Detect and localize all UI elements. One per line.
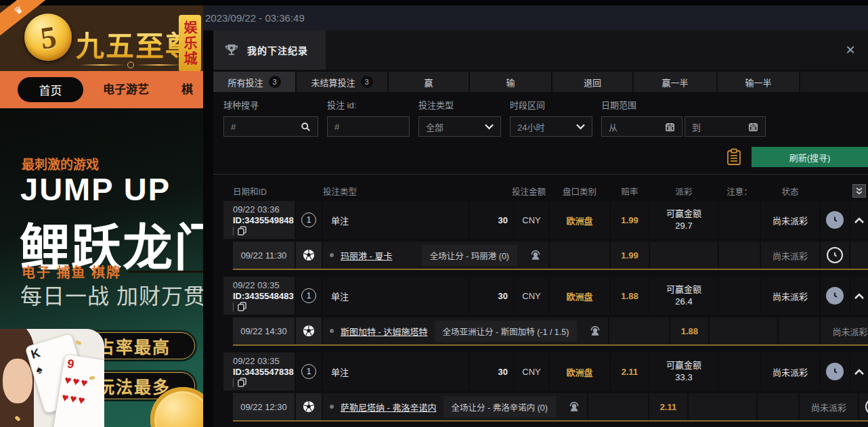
- sport-search-input[interactable]: [231, 122, 301, 132]
- collapse-all-button[interactable]: [852, 184, 866, 198]
- promo-tagline: 最刺激的游戏: [22, 154, 99, 173]
- tab-filler: [800, 72, 868, 92]
- bet-date-id-cell: 09/22 03:35 ID:3435548483: [223, 277, 295, 315]
- headset-icon[interactable]: [524, 249, 548, 261]
- tab-half-lost[interactable]: 输一半: [718, 72, 799, 92]
- copy-icon[interactable]: [238, 302, 246, 311]
- date-range-label: 日期范围: [601, 98, 766, 111]
- pending-clock-icon: [826, 211, 844, 229]
- nav-item-cards[interactable]: 棋牌: [181, 71, 203, 108]
- date-from-field[interactable]: 从: [601, 116, 682, 137]
- sport-search-label: 球种搜寻: [223, 98, 318, 111]
- tab-won[interactable]: 赢: [389, 72, 469, 92]
- clipboard-icon[interactable]: [726, 148, 741, 166]
- bullet-dot: [330, 405, 334, 409]
- match-link[interactable]: 斯图加特 - 达姆施塔特: [341, 325, 428, 338]
- col-market: 盘口类别: [550, 185, 609, 198]
- payout-empty: [689, 393, 756, 420]
- market-type: 欧洲盘: [550, 201, 609, 239]
- brand-name: 九五至尊: [76, 23, 195, 64]
- model-photo: K ♠ 9 ♥♥♥ ♥♥♥: [0, 329, 104, 427]
- soccer-icon: [296, 317, 322, 344]
- match-time: 09/22 14:30: [233, 317, 295, 344]
- status: 尚未派彩: [761, 201, 819, 239]
- filters-row: 球种搜寻 投注 id:: [223, 98, 858, 137]
- pending-clock-icon: [826, 287, 844, 305]
- single-bet-icon: 1: [301, 364, 316, 379]
- calendar-icon: [748, 122, 758, 132]
- bet-id-input[interactable]: [334, 122, 402, 132]
- table-row: 09/22 03:36 ID:3435549848 1 单注 30: [223, 201, 868, 239]
- match-link[interactable]: 萨勒尼塔纳 - 弗洛辛诺内: [341, 401, 437, 413]
- bet-date-id-cell: 09/22 03:35 ID:3435547838: [223, 353, 295, 390]
- status: 尚未派彩: [821, 317, 868, 344]
- market-type: 欧洲盘: [550, 277, 609, 315]
- brand-flourish: [80, 62, 181, 68]
- payout: 可赢金额29.7: [650, 201, 718, 239]
- match-cell: 斯图加特 - 达姆施塔特 全场亚洲让分 - 斯图加特 (-1 / 1.5): [323, 317, 608, 344]
- pending-clock-icon: [865, 399, 868, 415]
- search-icon[interactable]: [301, 122, 311, 132]
- logo-number: 5: [38, 18, 58, 56]
- refresh-search-button[interactable]: 刷新(搜寻): [752, 147, 868, 167]
- refresh-row: 刷新(搜寻): [213, 147, 868, 167]
- chevron-down-icon: [576, 124, 585, 130]
- close-icon[interactable]: ✕: [842, 42, 859, 58]
- brand-coin-logo: 5: [24, 14, 72, 61]
- market-empty: [588, 393, 648, 420]
- odds: 1.99: [611, 201, 649, 239]
- modal-title: 我的下注纪录: [247, 43, 308, 57]
- tab-unsettled-bets[interactable]: 未结算投注 3: [297, 72, 387, 92]
- notice: [719, 201, 760, 239]
- pending-clock-icon: [827, 247, 843, 263]
- nav-item-home[interactable]: 首页: [18, 77, 83, 102]
- col-status: 状态: [761, 185, 819, 198]
- bet-date-id-cell: 09/22 03:36 ID:3435549848: [223, 201, 295, 239]
- headset-icon[interactable]: [563, 401, 587, 413]
- copy-icon[interactable]: [238, 378, 246, 387]
- match-link[interactable]: 玛丽港 - 夏卡: [341, 249, 393, 262]
- headset-icon[interactable]: [584, 325, 608, 337]
- bet-type: 单注: [323, 277, 469, 315]
- odds: 1.88: [670, 317, 708, 344]
- bet-type-select[interactable]: 全部: [418, 116, 501, 137]
- payout-empty: [710, 317, 777, 344]
- tab-refunded[interactable]: 退回: [552, 72, 632, 92]
- bet-amount: 30: [470, 277, 513, 315]
- tab-half-won[interactable]: 赢一半: [634, 72, 716, 92]
- bet-type: 单注: [323, 353, 469, 390]
- bet-id-label: 投注 id:: [327, 98, 410, 111]
- bets-table: 日期和ID 投注类型 投注金额 盘口类别 赔率 派彩 注意： 状态: [223, 181, 868, 427]
- date-to-field[interactable]: 到: [685, 116, 766, 137]
- status: 尚未派彩: [761, 277, 819, 315]
- tab-lost[interactable]: 输: [470, 72, 551, 92]
- soccer-icon: [296, 242, 322, 269]
- chevron-up-icon[interactable]: [854, 369, 864, 375]
- odds: 2.11: [649, 393, 687, 420]
- nav-item-slots[interactable]: 电子游艺: [103, 71, 149, 108]
- site-header: 5 九五至尊 娱乐城: [0, 5, 203, 71]
- selection-chip: 全场让分 - 玛丽港 (0): [422, 245, 517, 266]
- col-date-id: 日期和ID: [223, 185, 295, 198]
- bet-currency: CNY: [515, 353, 548, 390]
- chevron-up-icon[interactable]: [854, 217, 864, 223]
- crown-icon: ♛: [12, 3, 25, 17]
- status: 尚未派彩: [761, 242, 819, 269]
- modal-title-tab: 我的下注纪录: [213, 30, 326, 70]
- odds: 1.99: [611, 242, 649, 269]
- single-bet-icon: 1: [301, 212, 316, 227]
- tab-all-bets[interactable]: 所有投注 3: [213, 72, 295, 92]
- period-select[interactable]: 24小时: [510, 116, 592, 137]
- bet-id-field: [327, 116, 410, 137]
- bet-currency: CNY: [515, 277, 548, 315]
- calendar-icon: [665, 122, 675, 132]
- modal-overlay: 我的下注纪录 ✕ 所有投注 3 未结算投注 3 赢 输 退回 赢一半 输一半: [203, 30, 868, 427]
- table-row: 09/22 03:35 ID:3435548483 1 单注 30: [223, 277, 868, 315]
- col-payout: 派彩: [650, 185, 718, 198]
- chevron-up-icon[interactable]: [854, 293, 864, 299]
- bet-type: 单注: [323, 201, 469, 239]
- match-time: 09/22 12:30: [233, 393, 295, 420]
- soccer-icon: [296, 393, 322, 420]
- copy-icon[interactable]: [238, 226, 246, 235]
- notice: [719, 353, 760, 390]
